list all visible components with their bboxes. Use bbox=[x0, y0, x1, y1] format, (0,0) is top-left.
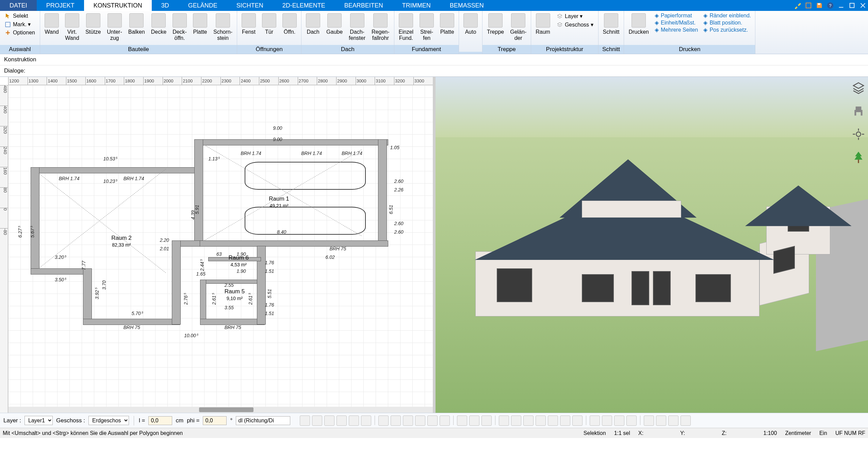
ribbon-btn-balken[interactable]: Balken bbox=[126, 12, 147, 37]
bottom-tool-8[interactable] bbox=[403, 416, 413, 426]
ribbon-btn-sttze[interactable]: Stütze bbox=[83, 12, 103, 37]
bottom-tool-24[interactable] bbox=[614, 416, 624, 426]
ribbon-link-poszurcksetz[interactable]: ◈Pos zurücksetz. bbox=[703, 27, 751, 33]
ribbon-btn-dach[interactable]: Dach- fenster bbox=[346, 12, 368, 43]
view-3d[interactable] bbox=[436, 77, 868, 413]
bottom-tool-13[interactable] bbox=[469, 416, 479, 426]
ribbon-link-rndereinblend[interactable]: ◈Ränder einblend. bbox=[703, 12, 751, 19]
bottom-tool-27[interactable] bbox=[656, 416, 666, 426]
menu-bearbeiten[interactable]: BEARBEITEN bbox=[335, 0, 393, 11]
ribbon-btn-fenst[interactable]: Fenst bbox=[239, 12, 258, 37]
ribbon-link-einheitmast[interactable]: ◈Einheit/Maßst. bbox=[655, 19, 698, 26]
scrollbar-horizontal[interactable] bbox=[8, 407, 433, 413]
ribbon-btn-wand[interactable]: Wand bbox=[42, 12, 61, 37]
orbit-icon[interactable] bbox=[852, 127, 865, 141]
ribbon-btn-tr[interactable]: Tür bbox=[260, 12, 279, 37]
geschoss-select[interactable]: Erdgeschos bbox=[88, 416, 129, 425]
ribbon-btn-regen[interactable]: Regen- fallrohr bbox=[369, 12, 392, 43]
bottom-tool-23[interactable] bbox=[602, 416, 612, 426]
ribbon-layers[interactable]: Layer ▾ bbox=[555, 12, 595, 20]
ribbon-small-optionen[interactable]: Optionen bbox=[3, 29, 36, 36]
ribbon: SelektMark. ▾OptionenAuswahlWandVirt. Wa… bbox=[0, 11, 868, 54]
close-icon[interactable] bbox=[859, 2, 867, 9]
dimension-label: 2.60 bbox=[394, 178, 403, 184]
ribbon-small-selekt[interactable]: Selekt bbox=[3, 12, 36, 20]
ribbon-link-mehrereseiten[interactable]: ◈Mehrere Seiten bbox=[655, 27, 698, 33]
maximize-icon[interactable] bbox=[848, 2, 856, 9]
menu-projekt[interactable]: PROJEKT bbox=[37, 0, 84, 11]
ribbon-link-blattposition[interactable]: ◈Blatt position. bbox=[703, 19, 751, 26]
ribbon-btn-deck[interactable]: Deck- öffn. bbox=[170, 12, 189, 43]
canvas-2d[interactable]: Raum 149,21 m²Raum 282,33 m²Raum 64,53 m… bbox=[8, 85, 433, 407]
ribbon-btn-unter[interactable]: Unter- zug bbox=[104, 12, 124, 43]
phi-input[interactable] bbox=[203, 416, 227, 425]
bottom-tool-20[interactable] bbox=[560, 416, 570, 426]
furniture-icon[interactable] bbox=[852, 104, 865, 118]
view-2d[interactable]: 1200130014001500160017001800190020002100… bbox=[0, 77, 436, 413]
ribbon-btn-platte[interactable]: Platte bbox=[438, 12, 457, 37]
bottom-tool-9[interactable] bbox=[415, 416, 425, 426]
bottom-tool-26[interactable] bbox=[644, 416, 654, 426]
bottom-tool-7[interactable] bbox=[391, 416, 401, 426]
bottom-tool-21[interactable] bbox=[572, 416, 583, 426]
menu-datei[interactable]: DATEI bbox=[0, 0, 37, 11]
bottom-tool-6[interactable] bbox=[378, 416, 389, 426]
ribbon-btn-gaube[interactable]: Gaube bbox=[324, 12, 345, 37]
mode-input[interactable] bbox=[236, 416, 290, 425]
bottom-tool-28[interactable] bbox=[668, 416, 678, 426]
help-icon[interactable]: ? bbox=[826, 2, 834, 9]
menu-gelaende[interactable]: GELÄNDE bbox=[179, 0, 227, 11]
bottom-tool-12[interactable] bbox=[457, 416, 467, 426]
svg-rect-0 bbox=[806, 3, 811, 8]
ribbon-small-mark[interactable]: Mark. ▾ bbox=[3, 20, 36, 28]
minimize-icon[interactable] bbox=[837, 2, 845, 9]
ribbon-btn-schorn[interactable]: Schorn- stein bbox=[211, 12, 235, 43]
bottom-tool-25[interactable] bbox=[626, 416, 637, 426]
bottom-tool-19[interactable] bbox=[548, 416, 558, 426]
ribbon-btn-ffn[interactable]: Öffn. bbox=[280, 12, 299, 37]
bottom-tool-4[interactable] bbox=[349, 416, 359, 426]
ribbon-btn-raum[interactable]: Raum bbox=[533, 12, 553, 37]
dimension-label: 1.51 bbox=[265, 311, 274, 316]
bottom-tool-22[interactable] bbox=[590, 416, 600, 426]
ribbon-btn-platte[interactable]: Platte bbox=[191, 12, 210, 37]
bottom-tool-29[interactable] bbox=[681, 416, 691, 426]
box-icon[interactable] bbox=[805, 2, 812, 9]
layers-icon[interactable] bbox=[852, 81, 865, 95]
length-input[interactable] bbox=[148, 416, 172, 425]
bottom-tool-14[interactable] bbox=[481, 416, 492, 426]
ribbon-btn-drucken[interactable]: Drucken bbox=[626, 12, 651, 37]
ribbon-btn-decke[interactable]: Decke bbox=[149, 12, 169, 37]
menu-2d-elemente[interactable]: 2D-ELEMENTE bbox=[273, 0, 335, 11]
layer-select[interactable]: Layer1 bbox=[24, 416, 53, 425]
bottom-tool-5[interactable] bbox=[361, 416, 371, 426]
ribbon-link-papierformat[interactable]: ◈Papierformat bbox=[655, 12, 698, 19]
ribbon-btn-strei[interactable]: Strei- fen bbox=[417, 12, 436, 43]
menu-3d[interactable]: 3D bbox=[152, 0, 179, 11]
ribbon-btn-schnitt[interactable]: Schnitt bbox=[601, 12, 622, 37]
bottom-tool-11[interactable] bbox=[440, 416, 450, 426]
bottom-tool-1[interactable] bbox=[312, 416, 322, 426]
ribbon-btn-auto[interactable]: Auto bbox=[461, 12, 480, 37]
ribbon-btn-dach[interactable]: Dach bbox=[304, 12, 323, 37]
menu-konstruktion[interactable]: KONSTRUKTION bbox=[84, 0, 152, 11]
bottom-tool-17[interactable] bbox=[523, 416, 534, 426]
bottom-tool-0[interactable] bbox=[300, 416, 310, 426]
bottom-tool-10[interactable] bbox=[427, 416, 438, 426]
ribbon-floors[interactable]: Geschoss ▾ bbox=[555, 21, 595, 29]
tool-icon[interactable] bbox=[794, 2, 801, 9]
bottom-tool-15[interactable] bbox=[499, 416, 509, 426]
bottom-tool-18[interactable] bbox=[536, 416, 546, 426]
bottom-tool-2[interactable] bbox=[324, 416, 334, 426]
ribbon-btn-einzel[interactable]: Einzel Fund. bbox=[396, 12, 416, 43]
ribbon-btn-treppe[interactable]: Treppe bbox=[485, 12, 506, 37]
save-icon[interactable] bbox=[816, 2, 823, 9]
menu-trimmen[interactable]: TRIMMEN bbox=[393, 0, 440, 11]
menu-bemassen[interactable]: BEMASSEN bbox=[440, 0, 493, 11]
ribbon-btn-virt[interactable]: Virt. Wand bbox=[63, 12, 82, 43]
ribbon-btn-geln[interactable]: Gelän- der bbox=[508, 12, 529, 43]
tree-icon[interactable] bbox=[852, 151, 865, 164]
menu-sichten[interactable]: SICHTEN bbox=[227, 0, 273, 11]
bottom-tool-3[interactable] bbox=[337, 416, 347, 426]
bottom-tool-16[interactable] bbox=[511, 416, 521, 426]
